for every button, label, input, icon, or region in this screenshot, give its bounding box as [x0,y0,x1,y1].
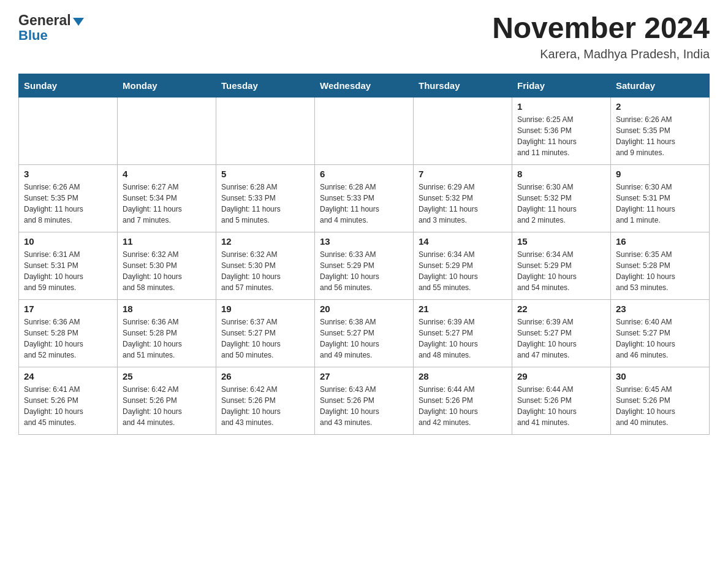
calendar-cell: 26Sunrise: 6:42 AMSunset: 5:26 PMDayligh… [216,367,315,434]
day-number: 5 [221,169,309,179]
logo-general-text: General [18,12,71,29]
day-number: 4 [123,169,211,179]
day-number: 3 [24,169,112,179]
calendar-cell: 2Sunrise: 6:26 AMSunset: 5:35 PMDaylight… [611,97,710,164]
calendar-cell: 1Sunrise: 6:25 AMSunset: 5:36 PMDaylight… [512,97,611,164]
weekday-header-saturday: Saturday [611,74,710,97]
calendar-cell: 28Sunrise: 6:44 AMSunset: 5:26 PMDayligh… [414,367,512,434]
calendar-cell: 12Sunrise: 6:32 AMSunset: 5:30 PMDayligh… [216,232,315,299]
calendar-cell: 29Sunrise: 6:44 AMSunset: 5:26 PMDayligh… [512,367,611,434]
calendar-cell: 21Sunrise: 6:39 AMSunset: 5:27 PMDayligh… [414,299,512,367]
calendar-cell: 14Sunrise: 6:34 AMSunset: 5:29 PMDayligh… [414,232,512,299]
day-number: 20 [320,304,408,314]
day-number: 24 [24,371,112,381]
logo: General Blue [18,12,84,44]
day-number: 25 [123,371,211,381]
day-number: 9 [616,169,704,179]
calendar-cell: 9Sunrise: 6:30 AMSunset: 5:31 PMDaylight… [611,164,710,232]
day-info: Sunrise: 6:39 AMSunset: 5:27 PMDaylight:… [419,316,507,361]
calendar-table: SundayMondayTuesdayWednesdayThursdayFrid… [18,74,710,435]
weekday-header-thursday: Thursday [414,74,512,97]
day-number: 22 [517,304,605,314]
day-number: 30 [616,371,704,381]
day-number: 27 [320,371,408,381]
calendar-cell: 19Sunrise: 6:37 AMSunset: 5:27 PMDayligh… [216,299,315,367]
calendar-week-row: 17Sunrise: 6:36 AMSunset: 5:28 PMDayligh… [19,299,710,367]
day-number: 13 [320,236,408,247]
day-info: Sunrise: 6:44 AMSunset: 5:26 PMDaylight:… [517,384,605,428]
calendar-cell [315,97,414,164]
day-number: 18 [123,304,211,314]
calendar-cell: 18Sunrise: 6:36 AMSunset: 5:28 PMDayligh… [118,299,216,367]
calendar-cell: 22Sunrise: 6:39 AMSunset: 5:27 PMDayligh… [512,299,611,367]
month-title: November 2024 [492,12,710,45]
day-info: Sunrise: 6:28 AMSunset: 5:33 PMDaylight:… [221,182,309,226]
day-info: Sunrise: 6:32 AMSunset: 5:30 PMDaylight:… [123,249,211,293]
calendar-cell: 27Sunrise: 6:43 AMSunset: 5:26 PMDayligh… [315,367,414,434]
day-number: 26 [221,371,309,381]
day-number: 10 [24,236,112,247]
day-info: Sunrise: 6:42 AMSunset: 5:26 PMDaylight:… [221,384,309,428]
day-number: 11 [123,236,211,247]
calendar-cell: 5Sunrise: 6:28 AMSunset: 5:33 PMDaylight… [216,164,315,232]
calendar-week-row: 10Sunrise: 6:31 AMSunset: 5:31 PMDayligh… [19,232,710,299]
calendar-cell [216,97,315,164]
calendar-cell: 25Sunrise: 6:42 AMSunset: 5:26 PMDayligh… [118,367,216,434]
calendar-cell [118,97,216,164]
calendar-week-row: 24Sunrise: 6:41 AMSunset: 5:26 PMDayligh… [19,367,710,434]
day-info: Sunrise: 6:30 AMSunset: 5:32 PMDaylight:… [517,182,605,226]
page-header: General Blue November 2024 Karera, Madhy… [18,12,710,61]
day-number: 16 [616,236,704,247]
day-info: Sunrise: 6:34 AMSunset: 5:29 PMDaylight:… [517,249,605,293]
day-number: 28 [419,371,507,381]
day-number: 8 [517,169,605,179]
day-info: Sunrise: 6:38 AMSunset: 5:27 PMDaylight:… [320,316,408,361]
logo-blue-text: Blue [18,28,84,44]
calendar-cell: 7Sunrise: 6:29 AMSunset: 5:32 PMDaylight… [414,164,512,232]
calendar-cell: 4Sunrise: 6:27 AMSunset: 5:34 PMDaylight… [118,164,216,232]
calendar-cell: 8Sunrise: 6:30 AMSunset: 5:32 PMDaylight… [512,164,611,232]
day-info: Sunrise: 6:26 AMSunset: 5:35 PMDaylight:… [24,182,112,226]
calendar-cell: 20Sunrise: 6:38 AMSunset: 5:27 PMDayligh… [315,299,414,367]
day-info: Sunrise: 6:42 AMSunset: 5:26 PMDaylight:… [123,384,211,428]
day-info: Sunrise: 6:43 AMSunset: 5:26 PMDaylight:… [320,384,408,428]
day-number: 17 [24,304,112,314]
day-info: Sunrise: 6:27 AMSunset: 5:34 PMDaylight:… [123,182,211,226]
calendar-header-row: SundayMondayTuesdayWednesdayThursdayFrid… [19,74,710,97]
calendar-cell: 11Sunrise: 6:32 AMSunset: 5:30 PMDayligh… [118,232,216,299]
calendar-cell: 16Sunrise: 6:35 AMSunset: 5:28 PMDayligh… [611,232,710,299]
day-info: Sunrise: 6:30 AMSunset: 5:31 PMDaylight:… [616,182,704,226]
day-info: Sunrise: 6:34 AMSunset: 5:29 PMDaylight:… [419,249,507,293]
calendar-cell: 13Sunrise: 6:33 AMSunset: 5:29 PMDayligh… [315,232,414,299]
calendar-cell: 3Sunrise: 6:26 AMSunset: 5:35 PMDaylight… [19,164,118,232]
calendar-cell: 15Sunrise: 6:34 AMSunset: 5:29 PMDayligh… [512,232,611,299]
calendar-cell: 10Sunrise: 6:31 AMSunset: 5:31 PMDayligh… [19,232,118,299]
location-subtitle: Karera, Madhya Pradesh, India [492,47,710,61]
title-block: November 2024 Karera, Madhya Pradesh, In… [492,12,710,61]
day-number: 29 [517,371,605,381]
day-info: Sunrise: 6:37 AMSunset: 5:27 PMDaylight:… [221,316,309,361]
day-info: Sunrise: 6:35 AMSunset: 5:28 PMDaylight:… [616,249,704,293]
calendar-week-row: 3Sunrise: 6:26 AMSunset: 5:35 PMDaylight… [19,164,710,232]
calendar-week-row: 1Sunrise: 6:25 AMSunset: 5:36 PMDaylight… [19,97,710,164]
day-info: Sunrise: 6:31 AMSunset: 5:31 PMDaylight:… [24,249,112,293]
calendar-cell: 6Sunrise: 6:28 AMSunset: 5:33 PMDaylight… [315,164,414,232]
calendar-cell: 17Sunrise: 6:36 AMSunset: 5:28 PMDayligh… [19,299,118,367]
day-info: Sunrise: 6:32 AMSunset: 5:30 PMDaylight:… [221,249,309,293]
day-number: 15 [517,236,605,247]
day-info: Sunrise: 6:33 AMSunset: 5:29 PMDaylight:… [320,249,408,293]
day-number: 23 [616,304,704,314]
day-number: 7 [419,169,507,179]
calendar-cell [19,97,118,164]
weekday-header-monday: Monday [118,74,216,97]
weekday-header-sunday: Sunday [19,74,118,97]
day-info: Sunrise: 6:25 AMSunset: 5:36 PMDaylight:… [517,114,605,158]
calendar-cell: 24Sunrise: 6:41 AMSunset: 5:26 PMDayligh… [19,367,118,434]
logo-triangle-icon [73,18,84,26]
day-info: Sunrise: 6:45 AMSunset: 5:26 PMDaylight:… [616,384,704,428]
day-info: Sunrise: 6:29 AMSunset: 5:32 PMDaylight:… [419,182,507,226]
day-number: 2 [616,101,704,112]
weekday-header-wednesday: Wednesday [315,74,414,97]
day-number: 12 [221,236,309,247]
day-info: Sunrise: 6:40 AMSunset: 5:27 PMDaylight:… [616,316,704,361]
